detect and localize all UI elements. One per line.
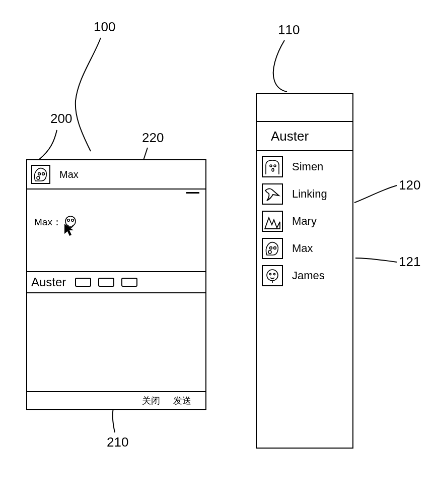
avatar-linking-icon	[262, 183, 283, 205]
close-button[interactable]: 关闭	[142, 395, 160, 407]
ref-100: 100	[94, 19, 115, 35]
contact-panel: Auster Simen Linking Mary Max	[256, 93, 353, 449]
svg-point-10	[42, 173, 45, 175]
contact-linking[interactable]: Linking	[262, 183, 347, 205]
ref-220: 220	[142, 130, 164, 146]
avatar-simen-icon	[262, 156, 283, 177]
minimize-icon[interactable]	[186, 191, 199, 194]
svg-point-9	[38, 173, 41, 175]
chat-toolbar: Auster	[27, 272, 205, 293]
toolbar-username: Auster	[31, 275, 66, 289]
contact-panel-title-text: Auster	[271, 129, 309, 144]
svg-point-1	[274, 165, 276, 167]
ref-121: 121	[399, 254, 420, 270]
svg-point-0	[270, 165, 272, 167]
chat-input[interactable]	[27, 293, 205, 392]
contact-james[interactable]: James	[262, 265, 347, 286]
chat-header-name: Max	[59, 169, 79, 180]
svg-point-8	[273, 273, 275, 275]
message-sender: Max：	[34, 216, 62, 229]
svg-point-7	[269, 273, 271, 275]
svg-point-11	[37, 176, 40, 179]
avatar-james-icon	[262, 265, 283, 286]
contact-name: Mary	[292, 215, 317, 228]
chat-history: Max：	[27, 190, 205, 272]
chat-header: Max	[27, 160, 205, 190]
svg-point-6	[267, 270, 278, 281]
toolbar-button-1[interactable]	[75, 278, 91, 287]
cursor-icon	[62, 223, 77, 237]
svg-point-4	[274, 247, 276, 249]
contact-name: Max	[292, 242, 313, 255]
ref-120: 120	[399, 177, 420, 193]
chat-window: Max Max： Auster 关闭 发送	[26, 159, 206, 410]
avatar-mary-icon	[262, 211, 283, 232]
ref-210: 210	[107, 434, 128, 450]
ref-200: 200	[50, 111, 72, 127]
chat-header-avatar-icon	[31, 165, 50, 184]
ref-110: 110	[278, 22, 300, 38]
contact-panel-title: Auster	[257, 122, 352, 151]
svg-point-3	[270, 247, 272, 249]
svg-point-5	[268, 250, 271, 254]
avatar-max-icon	[262, 238, 283, 259]
contact-list: Simen Linking Mary Max James	[257, 151, 352, 297]
contact-name: James	[292, 269, 325, 282]
toolbar-button-2[interactable]	[98, 278, 114, 287]
svg-point-13	[67, 219, 69, 221]
send-button[interactable]: 发送	[173, 395, 191, 407]
svg-point-2	[272, 168, 274, 171]
chat-footer: 关闭 发送	[27, 392, 205, 409]
contact-name: Linking	[292, 187, 327, 201]
svg-marker-15	[64, 224, 74, 236]
svg-point-14	[71, 219, 74, 221]
toolbar-button-3[interactable]	[121, 278, 137, 287]
contact-simen[interactable]: Simen	[262, 156, 347, 177]
contact-max[interactable]: Max	[262, 238, 347, 259]
contact-name: Simen	[292, 160, 323, 173]
contact-mary[interactable]: Mary	[262, 211, 347, 232]
contact-panel-header-blank	[257, 94, 352, 122]
